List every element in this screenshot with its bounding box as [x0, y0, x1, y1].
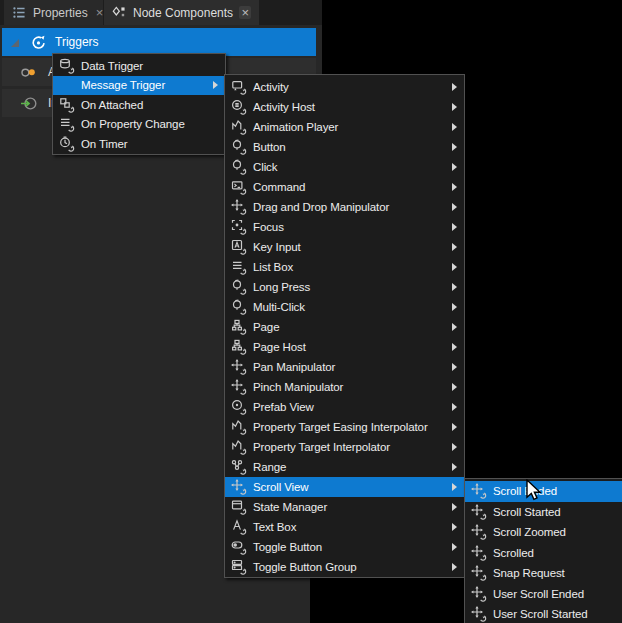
menu-item-scrolled[interactable]: Scrolled	[465, 543, 622, 564]
on-timer-icon	[57, 136, 77, 152]
menu-item-label: Toggle Button	[253, 541, 322, 553]
menu-item-property-target-easing-interpolator[interactable]: Property Target Easing Interpolator	[225, 417, 464, 437]
menu-item-page[interactable]: Page	[225, 317, 464, 337]
menu-item-animation-player[interactable]: Animation Player	[225, 117, 464, 137]
scrolled-icon	[469, 545, 489, 561]
menu-item-scroll-view[interactable]: Scroll View	[225, 477, 464, 497]
menu-item-label: Animation Player	[253, 121, 338, 133]
menu-item-key-input[interactable]: Key Input	[225, 237, 464, 257]
toggle-button-group-icon	[229, 559, 249, 575]
menu-item-label: Long Press	[253, 281, 310, 293]
submenu-arrow-icon	[452, 463, 457, 471]
menu-item-drag-and-drop-manipulator[interactable]: Drag and Drop Manipulator	[225, 197, 464, 217]
menu-item-label: Activity	[253, 81, 289, 93]
submenu-arrow-icon	[452, 523, 457, 531]
menu-item-toggle-button-group[interactable]: Toggle Button Group	[225, 557, 464, 577]
input-icon	[20, 95, 38, 112]
menu-item-state-manager[interactable]: State Manager	[225, 497, 464, 517]
submenu-arrow-icon	[452, 203, 457, 211]
tab-properties[interactable]: Properties ×	[4, 0, 103, 25]
menu-item-range[interactable]: Range	[225, 457, 464, 477]
section-row-label: Triggers	[55, 35, 99, 49]
menu-item-scroll-zoomed[interactable]: Scroll Zoomed	[465, 522, 622, 543]
menu-item-list-box[interactable]: List Box	[225, 257, 464, 277]
properties-list-icon	[12, 5, 27, 20]
menu-item-property-target-interpolator[interactable]: Property Target Interpolator	[225, 437, 464, 457]
menu-item-label: Key Input	[253, 241, 301, 253]
submenu-arrow-icon	[452, 123, 457, 131]
menu-item-command[interactable]: Command	[225, 177, 464, 197]
menu-item-pinch-manipulator[interactable]: Pinch Manipulator	[225, 377, 464, 397]
menu-item-message-trigger[interactable]: Message Trigger	[53, 76, 225, 96]
menu-item-label: On Timer	[81, 138, 128, 150]
menu-item-on-property-change[interactable]: On Property Change	[53, 115, 225, 135]
submenu-arrow-icon	[452, 263, 457, 271]
menu-item-label: List Box	[253, 261, 293, 273]
menu-item-pan-manipulator[interactable]: Pan Manipulator	[225, 357, 464, 377]
submenu-arrow-icon	[452, 483, 457, 491]
menu-item-label: Property Target Easing Interpolator	[253, 421, 428, 433]
menu-item-label: Prefab View	[253, 401, 314, 413]
menu-item-snap-request[interactable]: Snap Request	[465, 563, 622, 584]
menu-item-label: Focus	[253, 221, 284, 233]
activity-host-icon	[229, 99, 249, 115]
scroll-zoomed-icon	[469, 524, 489, 540]
toggle-button-icon	[229, 539, 249, 555]
submenu-arrow-icon	[452, 223, 457, 231]
menu-item-focus[interactable]: Focus	[225, 217, 464, 237]
panel-tab-bar: Properties × Node Components ×	[0, 0, 322, 25]
submenu-arrow-icon	[452, 423, 457, 431]
menu-item-label: Drag and Drop Manipulator	[253, 201, 389, 213]
menu-item-click[interactable]: Click	[225, 157, 464, 177]
context-menu-triggers: Data TriggerMessage TriggerOn AttachedOn…	[52, 53, 226, 155]
submenu-arrow-icon	[452, 243, 457, 251]
menu-item-on-timer[interactable]: On Timer	[53, 134, 225, 154]
text-box-icon	[229, 519, 249, 535]
menu-item-button[interactable]: Button	[225, 137, 464, 157]
node-components-panel-bottom	[0, 578, 310, 623]
menu-item-page-host[interactable]: Page Host	[225, 337, 464, 357]
section-row-triggers[interactable]: Triggers	[2, 28, 316, 56]
list-box-icon	[229, 259, 249, 275]
submenu-arrow-icon	[452, 383, 457, 391]
menu-item-label: Message Trigger	[81, 79, 165, 91]
submenu-arrow-icon	[452, 323, 457, 331]
menu-item-user-scroll-ended[interactable]: User Scroll Ended	[465, 584, 622, 605]
data-trigger-icon	[57, 58, 77, 74]
submenu-arrow-icon	[452, 563, 457, 571]
app-window: Properties × Node Components × T	[0, 0, 622, 623]
tab-properties-label: Properties	[33, 6, 88, 20]
menu-item-label: On Attached	[81, 99, 143, 111]
menu-item-activity-host[interactable]: Activity Host	[225, 97, 464, 117]
menu-item-on-attached[interactable]: On Attached	[53, 95, 225, 115]
menu-item-multi-click[interactable]: Multi-Click	[225, 297, 464, 317]
submenu-arrow-icon	[452, 283, 457, 291]
scroll-started-icon	[469, 504, 489, 520]
long-press-icon	[229, 279, 249, 295]
submenu-arrow-icon	[452, 83, 457, 91]
pan-manipulator-icon	[229, 359, 249, 375]
menu-item-label: Pinch Manipulator	[253, 381, 343, 393]
menu-item-label: Pan Manipulator	[253, 361, 335, 373]
menu-item-data-trigger[interactable]: Data Trigger	[53, 56, 225, 76]
menu-item-label: Command	[253, 181, 305, 193]
menu-item-text-box[interactable]: Text Box	[225, 517, 464, 537]
trigger-icon	[30, 34, 47, 51]
menu-item-toggle-button[interactable]: Toggle Button	[225, 537, 464, 557]
tab-node-components[interactable]: Node Components ×	[104, 0, 259, 25]
menu-item-activity[interactable]: Activity	[225, 77, 464, 97]
menu-item-label: Range	[253, 461, 286, 473]
snap-request-icon	[469, 565, 489, 581]
submenu-arrow-icon	[213, 81, 218, 89]
submenu-arrow-icon	[452, 183, 457, 191]
menu-item-user-scroll-started[interactable]: User Scroll Started	[465, 604, 622, 623]
on-property-change-icon	[57, 116, 77, 132]
close-icon[interactable]: ×	[239, 6, 251, 19]
menu-item-prefab-view[interactable]: Prefab View	[225, 397, 464, 417]
submenu-arrow-icon	[452, 163, 457, 171]
menu-item-label: Scroll Zoomed	[493, 526, 566, 538]
expand-triangle-icon[interactable]	[11, 39, 19, 47]
menu-item-long-press[interactable]: Long Press	[225, 277, 464, 297]
menu-item-label: Text Box	[253, 521, 296, 533]
property-target-easing-interpolator-icon	[229, 419, 249, 435]
